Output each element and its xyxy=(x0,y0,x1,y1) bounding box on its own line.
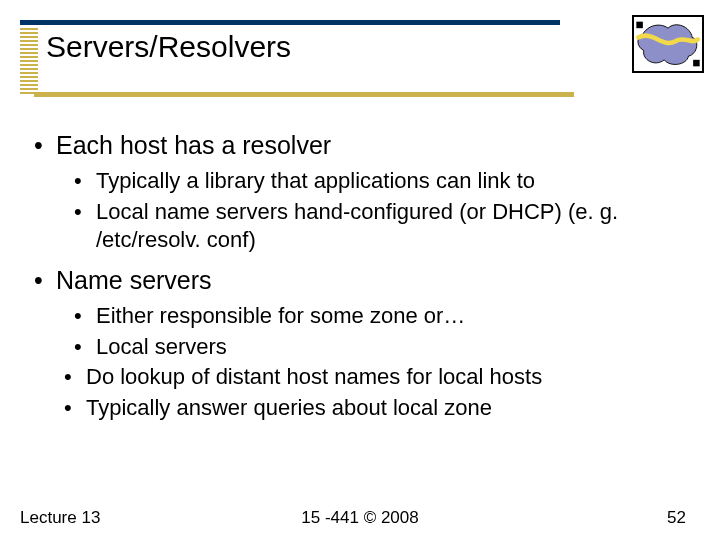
list-item: Name servers Either responsible for some… xyxy=(34,265,690,423)
logo-icon xyxy=(632,15,704,73)
footer-center: 15 -441 © 2008 xyxy=(0,508,720,528)
list-item: Each host has a resolver Typically a lib… xyxy=(34,130,690,255)
bullet-text: Local name servers hand-configured (or D… xyxy=(96,199,618,253)
svg-rect-1 xyxy=(693,60,700,67)
svg-rect-0 xyxy=(636,22,643,29)
list-item: Typically a library that applications ca… xyxy=(74,167,690,196)
list-item: Local servers xyxy=(74,333,690,362)
content-area: Each host has a resolver Typically a lib… xyxy=(34,120,690,423)
list-item: Local name servers hand-configured (or D… xyxy=(74,198,690,255)
bullet-text: Local servers xyxy=(96,334,227,359)
footer-page-number: 52 xyxy=(667,508,686,528)
bullet-text: Typically answer queries about local zon… xyxy=(86,395,492,420)
title-region: Servers/Resolvers xyxy=(0,0,720,12)
bullet-text: Either responsible for some zone or… xyxy=(96,303,465,328)
bullet-text: Name servers xyxy=(56,266,212,294)
slide: Servers/Resolvers Each host has a resolv… xyxy=(0,0,720,540)
bullet-text: Each host has a resolver xyxy=(56,131,331,159)
title-top-rule xyxy=(20,20,560,25)
bullet-text: Typically a library that applications ca… xyxy=(96,168,535,193)
bullet-text: Do lookup of distant host names for loca… xyxy=(86,364,542,389)
title-bottom-rule xyxy=(34,92,574,97)
title-stripe-decoration xyxy=(20,28,38,94)
bullet-list: Each host has a resolver Typically a lib… xyxy=(34,130,690,423)
list-item: Either responsible for some zone or… xyxy=(74,302,690,331)
list-item: Typically answer queries about local zon… xyxy=(64,394,690,423)
slide-title: Servers/Resolvers xyxy=(46,30,291,64)
list-item: Do lookup of distant host names for loca… xyxy=(64,363,690,392)
